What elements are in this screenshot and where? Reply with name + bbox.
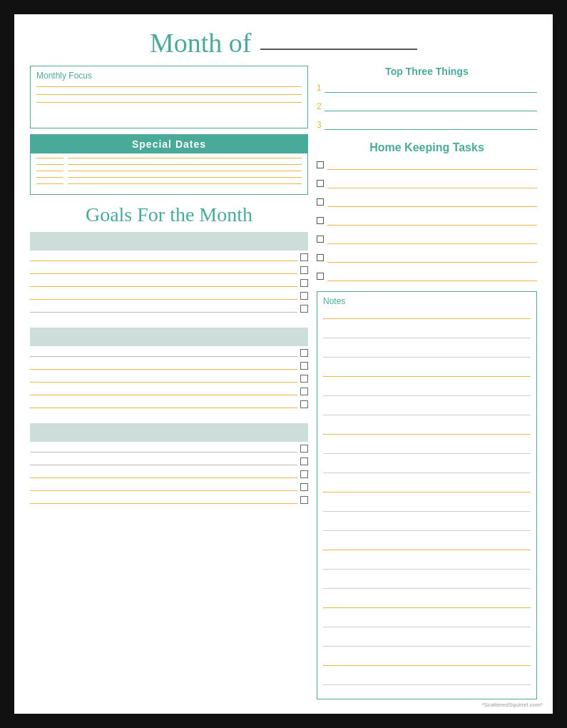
item-number-2: 2 bbox=[317, 101, 322, 111]
hk-checkbox[interactable] bbox=[317, 273, 324, 280]
note-line bbox=[323, 472, 531, 473]
note-line bbox=[323, 530, 531, 531]
hk-item bbox=[317, 161, 537, 170]
goal-checkbox[interactable] bbox=[300, 496, 308, 504]
goal-checkbox[interactable] bbox=[300, 400, 308, 408]
focus-line-3 bbox=[36, 102, 302, 103]
note-line bbox=[323, 318, 531, 319]
note-line bbox=[323, 492, 531, 492]
hk-item bbox=[317, 273, 537, 281]
goal-checkbox[interactable] bbox=[300, 470, 308, 478]
goal-checkbox[interactable] bbox=[300, 305, 308, 313]
hk-checkbox[interactable] bbox=[317, 161, 324, 168]
top-three-item-3: 3 bbox=[317, 120, 537, 130]
date-short-line bbox=[36, 164, 63, 165]
date-short-line bbox=[36, 171, 63, 171]
goal-checkbox[interactable] bbox=[300, 266, 308, 274]
goal-item-row bbox=[30, 292, 308, 300]
note-line bbox=[323, 338, 531, 338]
note-line bbox=[323, 646, 531, 647]
goal-checkbox[interactable] bbox=[300, 349, 308, 357]
date-long-line bbox=[68, 177, 302, 178]
notes-lines bbox=[323, 309, 531, 694]
goal-group-1 bbox=[30, 232, 308, 318]
hk-checkbox[interactable] bbox=[317, 180, 324, 187]
note-line bbox=[323, 395, 531, 396]
date-long-line bbox=[68, 183, 302, 184]
page-title: Month of bbox=[150, 27, 252, 59]
date-row bbox=[36, 183, 302, 184]
note-line bbox=[323, 569, 531, 570]
date-long-line bbox=[68, 164, 302, 165]
goal-group-header-3 bbox=[30, 423, 308, 442]
goal-checkbox[interactable] bbox=[300, 445, 308, 453]
goal-line bbox=[30, 477, 297, 478]
hk-checkbox[interactable] bbox=[317, 236, 324, 243]
goal-item-row bbox=[30, 375, 308, 383]
top-three-line-3 bbox=[325, 129, 537, 130]
item-number-3: 3 bbox=[317, 120, 322, 130]
special-dates-section: Special Dates bbox=[30, 134, 308, 195]
goal-item-row bbox=[30, 266, 308, 274]
goal-item-row bbox=[30, 445, 308, 453]
note-line bbox=[323, 550, 531, 550]
monthly-focus-box: Monthly Focus bbox=[30, 66, 308, 128]
page-header: Month of bbox=[30, 27, 537, 59]
home-keeping-label: Home Keeping Tasks bbox=[317, 141, 537, 154]
hk-line bbox=[327, 206, 537, 207]
goal-checkbox[interactable] bbox=[300, 292, 308, 300]
goal-item-row bbox=[30, 362, 308, 370]
top-three-line-2 bbox=[325, 111, 537, 111]
note-line bbox=[323, 607, 531, 608]
date-long-line bbox=[68, 171, 302, 171]
goal-line bbox=[30, 356, 297, 357]
goal-checkbox[interactable] bbox=[300, 375, 308, 383]
focus-lines bbox=[36, 86, 302, 103]
date-row bbox=[36, 171, 302, 171]
goal-line bbox=[30, 369, 297, 370]
hk-line bbox=[327, 225, 537, 226]
goal-checkbox[interactable] bbox=[300, 253, 308, 261]
planner-page: Month of Monthly Focus Special Dates bbox=[14, 14, 553, 714]
hk-item bbox=[317, 217, 537, 226]
goal-group-3 bbox=[30, 423, 308, 509]
goal-checkbox[interactable] bbox=[300, 279, 308, 287]
goal-line bbox=[30, 452, 297, 453]
main-layout: Monthly Focus Special Dates bbox=[30, 66, 537, 699]
hk-line bbox=[327, 262, 537, 263]
goal-line bbox=[30, 382, 297, 383]
hk-checkbox[interactable] bbox=[317, 254, 324, 261]
date-row bbox=[36, 158, 302, 158]
hk-checkbox[interactable] bbox=[317, 198, 324, 206]
hk-item bbox=[317, 198, 537, 207]
date-long-line bbox=[68, 158, 302, 158]
goal-checkbox[interactable] bbox=[300, 388, 308, 395]
note-line bbox=[323, 357, 531, 358]
hk-checkbox[interactable] bbox=[317, 217, 324, 224]
date-short-line bbox=[36, 177, 63, 178]
note-line bbox=[323, 665, 531, 666]
goal-line bbox=[30, 408, 297, 408]
goal-item-row bbox=[30, 483, 308, 491]
note-line bbox=[323, 627, 531, 627]
right-column: Top Three Things 1 2 3 Home Keeping Task… bbox=[317, 66, 537, 699]
item-number-1: 1 bbox=[317, 83, 322, 93]
goal-item-row bbox=[30, 470, 308, 478]
goal-line bbox=[30, 273, 297, 274]
focus-line-2 bbox=[36, 94, 302, 95]
goal-checkbox[interactable] bbox=[300, 483, 308, 491]
focus-line-1 bbox=[36, 86, 302, 87]
top-three-label: Top Three Things bbox=[317, 66, 537, 77]
goal-checkbox[interactable] bbox=[300, 362, 308, 370]
note-line bbox=[323, 684, 531, 685]
goal-item-row bbox=[30, 305, 308, 313]
goal-line bbox=[30, 299, 297, 300]
hk-line bbox=[327, 169, 537, 170]
goal-checkbox[interactable] bbox=[300, 457, 308, 465]
left-column: Monthly Focus Special Dates bbox=[30, 66, 308, 699]
date-row bbox=[36, 164, 302, 165]
date-row bbox=[36, 177, 302, 178]
special-dates-body bbox=[31, 153, 307, 194]
watermark: *ScatteredSquirrel.com* bbox=[482, 702, 543, 708]
goal-line bbox=[30, 465, 297, 465]
